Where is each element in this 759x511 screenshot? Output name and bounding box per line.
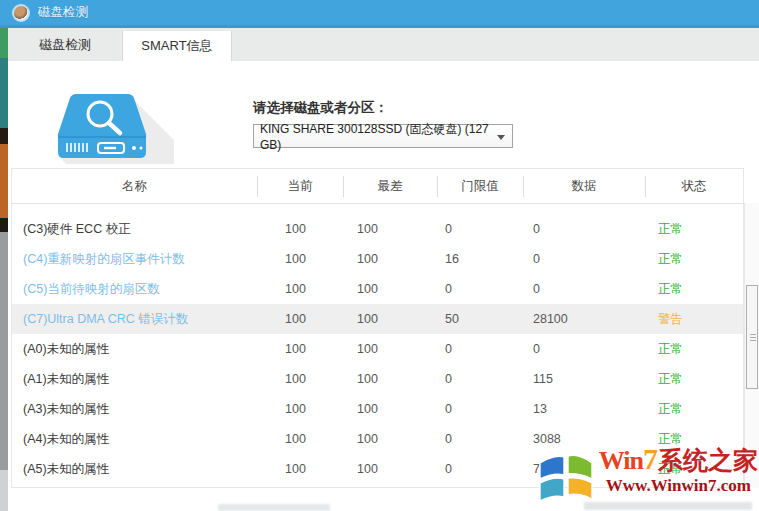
cell-worst: 100 (343, 342, 437, 356)
cell-worst: 100 (343, 372, 437, 386)
column-header-name[interactable]: 名称 (12, 169, 257, 204)
cell-name: (A5)未知的属性 (12, 461, 257, 478)
table-body: (C3)硬件 ECC 校正10010000正常(C4)重新映射的扇区事件计数10… (12, 204, 743, 484)
cell-current: 100 (257, 432, 343, 446)
sliver-segment (0, 232, 8, 470)
cell-data: 115 (523, 372, 645, 386)
cell-status: 正常 (645, 281, 741, 298)
desktop-background-sliver (0, 28, 8, 511)
app-logo-icon (12, 4, 30, 22)
cell-name: (C7)Ultra DMA CRC 错误计数 (12, 311, 257, 328)
window-title: 磁盘检测 (38, 4, 88, 21)
cell-worst: 100 (343, 222, 437, 236)
cell-worst: 100 (343, 252, 437, 266)
cell-threshold: 0 (437, 402, 523, 416)
cell-threshold: 0 (437, 222, 523, 236)
column-header-worst[interactable]: 最差 (343, 169, 437, 204)
faint-cutoff-text (218, 504, 330, 511)
watermark-url: Www.Winwin7.com (606, 476, 751, 496)
scrollbar-grip-icon (750, 334, 756, 335)
cell-current: 100 (257, 312, 343, 326)
content-area: 请选择磁盘或者分区： KING SHARE 300128SSD (固态硬盘) (… (8, 61, 759, 511)
cell-data: 3088 (523, 432, 645, 446)
cell-threshold: 0 (437, 432, 523, 446)
cell-status: 正常 (645, 341, 741, 358)
cell-data: 0 (523, 252, 645, 266)
cell-worst: 100 (343, 282, 437, 296)
cell-current: 100 (257, 462, 343, 476)
cell-data: 0 (523, 342, 645, 356)
disk-search-icon (46, 86, 176, 164)
cell-threshold: 50 (437, 312, 523, 326)
column-header-data[interactable]: 数据 (523, 169, 645, 204)
tab-disk-check[interactable]: 磁盘检测 (8, 28, 122, 61)
table-row[interactable]: (C7)Ultra DMA CRC 错误计数1001005028100警告 (12, 304, 743, 334)
watermark-brand: Win7系统之家 (599, 445, 758, 475)
chevron-down-icon (497, 135, 505, 140)
cell-name: (A0)未知的属性 (12, 341, 257, 358)
cell-threshold: 16 (437, 252, 523, 266)
sliver-segment (0, 58, 8, 128)
table-row[interactable]: (A3)未知的属性100100013正常 (12, 394, 743, 424)
sliver-segment (0, 218, 8, 232)
column-header-threshold[interactable]: 门限值 (437, 169, 523, 204)
sliver-segment (0, 470, 8, 511)
column-header-current[interactable]: 当前 (257, 169, 343, 204)
cell-threshold: 0 (437, 462, 523, 476)
table-row[interactable]: (A0)未知的属性10010000正常 (12, 334, 743, 364)
cell-current: 100 (257, 282, 343, 296)
cell-worst: 100 (343, 432, 437, 446)
cell-current: 100 (257, 252, 343, 266)
sliver-segment (0, 128, 8, 144)
disk-select-value: KING SHARE 300128SSD (固态硬盘) (127 GB) (260, 121, 512, 152)
cell-data: 13 (523, 402, 645, 416)
cell-data: 28100 (523, 312, 645, 326)
cell-threshold: 0 (437, 342, 523, 356)
cell-name: (C3)硬件 ECC 校正 (12, 221, 257, 238)
cell-current: 100 (257, 342, 343, 356)
watermark-brand-win: Win (599, 446, 643, 475)
cell-data: 0 (523, 282, 645, 296)
cell-status: 正常 (645, 251, 741, 268)
cell-status: 正常 (645, 221, 741, 238)
cell-name: (C4)重新映射的扇区事件计数 (12, 251, 257, 268)
faint-cutoff-text (584, 502, 752, 510)
cell-name: (A4)未知的属性 (12, 431, 257, 448)
cell-current: 100 (257, 222, 343, 236)
cell-status: 警告 (645, 311, 741, 328)
table-row[interactable]: (C5)当前待映射的扇区数10010000正常 (12, 274, 743, 304)
cell-current: 100 (257, 402, 343, 416)
table-row[interactable]: (C4)重新映射的扇区事件计数100100160正常 (12, 244, 743, 274)
cell-data: 0 (523, 222, 645, 236)
smart-table-header: 名称 当前 最差 门限值 数据 状态 (12, 169, 743, 204)
scrollbar-thumb[interactable] (746, 285, 758, 389)
cell-name: (A1)未知的属性 (12, 371, 257, 388)
smart-table: 名称 当前 最差 门限值 数据 状态 (C3)硬件 ECC 校正10010000… (11, 168, 744, 488)
cell-current: 100 (257, 372, 343, 386)
cell-threshold: 0 (437, 282, 523, 296)
watermark-brand-suffix: 系统之家 (658, 447, 758, 474)
column-header-status[interactable]: 状态 (645, 169, 743, 204)
cell-status: 正常 (645, 371, 741, 388)
cell-worst: 100 (343, 402, 437, 416)
disk-select-dropdown[interactable]: KING SHARE 300128SSD (固态硬盘) (127 GB) (253, 124, 513, 148)
cell-status: 正常 (645, 401, 741, 418)
cell-name: (A3)未知的属性 (12, 401, 257, 418)
table-row[interactable]: (C3)硬件 ECC 校正10010000正常 (12, 214, 743, 244)
tab-smart-info[interactable]: SMART信息 (122, 31, 232, 61)
sliver-segment (0, 144, 8, 218)
title-bar: 磁盘检测 (0, 0, 759, 28)
site-watermark: Win7系统之家 Www.Winwin7.com (535, 445, 758, 507)
watermark-text: Win7系统之家 Www.Winwin7.com (599, 445, 758, 496)
table-row[interactable]: (A1)未知的属性1001000115正常 (12, 364, 743, 394)
cell-name: (C5)当前待映射的扇区数 (12, 281, 257, 298)
cell-worst: 100 (343, 312, 437, 326)
cell-threshold: 0 (437, 372, 523, 386)
tab-bar: 磁盘检测 SMART信息 (8, 28, 759, 61)
select-disk-label: 请选择磁盘或者分区： (253, 99, 388, 117)
cell-worst: 100 (343, 462, 437, 476)
windows-flag-icon (535, 447, 597, 507)
watermark-brand-seven: 7 (643, 442, 658, 475)
sliver-segment (0, 28, 8, 58)
